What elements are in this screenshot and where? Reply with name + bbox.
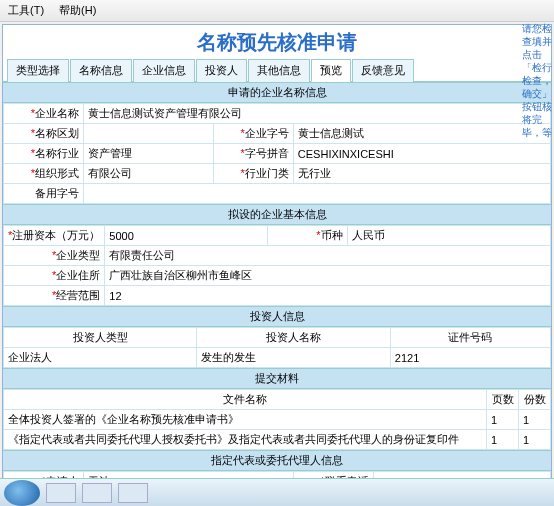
sec4-table: 文件名称页数份数 全体投资人签署的《企业名称预先核准申请书》11 《指定代表或者… bbox=[3, 389, 551, 450]
tab-name[interactable]: 名称信息 bbox=[70, 59, 132, 82]
file1-c: 1 bbox=[519, 410, 551, 430]
tab-enterprise[interactable]: 企业信息 bbox=[133, 59, 195, 82]
sec3-header: 投资人信息 bbox=[3, 306, 551, 327]
sec5-header: 指定代表或委托代理人信息 bbox=[3, 450, 551, 471]
tab-preview[interactable]: 预览 bbox=[311, 59, 351, 82]
val-addr: 广西壮族自治区柳州市鱼峰区 bbox=[105, 266, 551, 286]
start-button[interactable] bbox=[4, 480, 40, 506]
h-file: 文件名称 bbox=[4, 390, 487, 410]
val-orgform: 有限公司 bbox=[84, 164, 214, 184]
val-region bbox=[84, 124, 214, 144]
main-panel: 名称预先核准申请 类型选择 名称信息 企业信息 投资人 其他信息 预览 反馈意见… bbox=[2, 24, 552, 506]
task-icon-3[interactable] bbox=[118, 483, 148, 503]
lbl-scope: 经营范围 bbox=[56, 289, 100, 301]
tab-feedback[interactable]: 反馈意见 bbox=[352, 59, 414, 82]
val-hyml: 无行业 bbox=[293, 164, 550, 184]
file-row1: 全体投资人签署的《企业名称预先核准申请书》 bbox=[4, 410, 487, 430]
menu-help[interactable]: 帮助(H) bbox=[59, 4, 96, 16]
lbl-industry: 名称行业 bbox=[35, 147, 79, 159]
val-pinyin: CESHIXINXICESHI bbox=[293, 144, 550, 164]
tab-investor[interactable]: 投资人 bbox=[196, 59, 247, 82]
page-title: 名称预先核准申请 bbox=[3, 25, 551, 58]
val-scope: 12 bbox=[105, 286, 551, 306]
file-row2: 《指定代表或者共同委托代理人授权委托书》及指定代表或者共同委托代理人的身份证复印… bbox=[4, 430, 487, 450]
val-currency: 人民币 bbox=[347, 226, 551, 246]
sec4-header: 提交材料 bbox=[3, 368, 551, 389]
file1-p: 1 bbox=[487, 410, 519, 430]
inv-name: 发生的发生 bbox=[197, 348, 390, 368]
h-copies: 份数 bbox=[519, 390, 551, 410]
val-name: 黄士信息测试资产管理有限公司 bbox=[84, 104, 551, 124]
val-industry: 资产管理 bbox=[84, 144, 214, 164]
h-invname: 投资人名称 bbox=[197, 328, 390, 348]
sec3-table: 投资人类型投资人名称证件号码 企业法人发生的发生2121 bbox=[3, 327, 551, 368]
tab-type[interactable]: 类型选择 bbox=[7, 59, 69, 82]
val-byzh bbox=[84, 184, 551, 204]
lbl-orgform: 组织形式 bbox=[35, 167, 79, 179]
sec2-table: *注册资本（万元）5000*币种人民币 *企业类型有限责任公司 *企业住所广西壮… bbox=[3, 225, 551, 306]
menu-bar: 工具(T) 帮助(H) bbox=[0, 0, 554, 22]
lbl-type: 企业类型 bbox=[56, 249, 100, 261]
sec1-table: *企业名称黄士信息测试资产管理有限公司 *名称区划*企业字号黄士信息测试 *名称… bbox=[3, 103, 551, 204]
tab-strip: 类型选择 名称信息 企业信息 投资人 其他信息 预览 反馈意见 bbox=[3, 58, 551, 82]
side-note: 请您检查填并点击「检行检查，确交」按钮核将完毕，等 bbox=[522, 22, 552, 139]
task-icon-1[interactable] bbox=[46, 483, 76, 503]
val-type: 有限责任公司 bbox=[105, 246, 551, 266]
sec1-header: 申请的企业名称信息 bbox=[3, 82, 551, 103]
lbl-currency: 币种 bbox=[321, 229, 343, 241]
lbl-capital: 注册资本（万元） bbox=[12, 229, 100, 241]
taskbar bbox=[0, 478, 554, 506]
lbl-pinyin: 字号拼音 bbox=[245, 147, 289, 159]
task-icon-2[interactable] bbox=[82, 483, 112, 503]
val-capital: 5000 bbox=[105, 226, 267, 246]
lbl-region: 名称区划 bbox=[35, 127, 79, 139]
file2-c: 1 bbox=[519, 430, 551, 450]
tab-other[interactable]: 其他信息 bbox=[248, 59, 310, 82]
inv-type: 企业法人 bbox=[4, 348, 197, 368]
h-invtype: 投资人类型 bbox=[4, 328, 197, 348]
file2-p: 1 bbox=[487, 430, 519, 450]
lbl-name: 企业名称 bbox=[35, 107, 79, 119]
val-zihao: 黄士信息测试 bbox=[293, 124, 550, 144]
lbl-hyml: 行业门类 bbox=[245, 167, 289, 179]
lbl-zihao: 企业字号 bbox=[245, 127, 289, 139]
sec2-header: 拟设的企业基本信息 bbox=[3, 204, 551, 225]
h-pages: 页数 bbox=[487, 390, 519, 410]
h-invid: 证件号码 bbox=[390, 328, 550, 348]
lbl-addr: 企业住所 bbox=[56, 269, 100, 281]
inv-id: 2121 bbox=[390, 348, 550, 368]
menu-tools[interactable]: 工具(T) bbox=[8, 4, 44, 16]
lbl-byzh: 备用字号 bbox=[4, 184, 84, 204]
